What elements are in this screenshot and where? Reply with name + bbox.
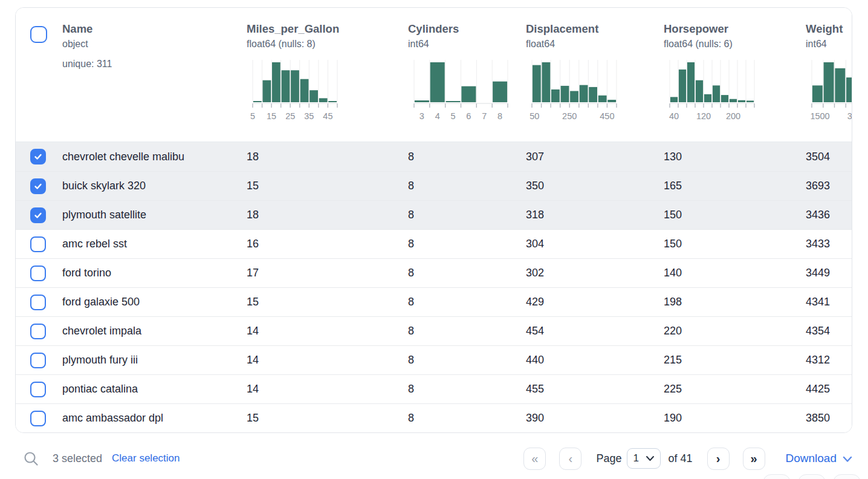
cell-cylinders: 8 (408, 238, 526, 250)
svg-text:4: 4 (435, 111, 440, 121)
svg-text:40: 40 (669, 111, 679, 121)
row-checkbox[interactable] (30, 411, 46, 426)
row-checkbox-cell (16, 178, 62, 194)
svg-text:1500: 1500 (810, 111, 829, 121)
cell-weight: 4341 (806, 296, 852, 308)
last-page-button[interactable]: » (743, 448, 765, 470)
cell-weight: 3504 (806, 151, 852, 163)
column-header-displacement[interactable]: Displacementfloat6450250450 (526, 8, 664, 142)
page-select[interactable]: 1 (627, 448, 661, 469)
column-histogram: 345678 (414, 60, 526, 120)
check-icon (33, 181, 44, 192)
table-row[interactable]: amc rebel sst1683041503433 (16, 229, 852, 258)
row-checkbox[interactable] (30, 178, 46, 194)
column-header-name[interactable]: Nameobjectunique: 311 (62, 8, 247, 142)
cell-weight: 3436 (806, 209, 852, 221)
row-checkbox[interactable] (30, 207, 46, 223)
column-header-miles_per_gallon[interactable]: Miles_per_Gallonfloat64 (nulls: 8)515253… (247, 8, 408, 142)
clear-selection-link[interactable]: Clear selection (112, 452, 180, 464)
cell-miles_per_gallon: 14 (247, 354, 408, 367)
column-title: Horsepower (664, 21, 806, 37)
row-checkbox-cell (16, 266, 62, 281)
table-row[interactable]: plymouth fury iii1484402154312 (16, 345, 852, 374)
column-title: Miles_per_Gallon (247, 21, 408, 37)
svg-text:45: 45 (323, 111, 332, 121)
cell-name: chevrolet impala (62, 325, 247, 337)
svg-text:25: 25 (285, 111, 295, 121)
column-histogram: 515253545 (253, 60, 408, 120)
column-note: unique: 311 (62, 59, 247, 70)
table-row[interactable]: plymouth satellite1883181503436 (16, 200, 852, 229)
svg-text:6: 6 (466, 111, 471, 121)
data-table-card: Nameobjectunique: 311Miles_per_Gallonflo… (15, 7, 852, 433)
row-checkbox[interactable] (30, 324, 46, 339)
cell-name: buick skylark 320 (62, 180, 247, 192)
table-row[interactable]: amc ambassador dpl1583901903850 (16, 403, 852, 432)
column-histogram: 40120200 (670, 60, 806, 120)
cell-miles_per_gallon: 18 (247, 209, 408, 221)
download-menu[interactable]: Download (786, 452, 853, 465)
search-icon[interactable] (23, 451, 39, 467)
cell-cylinders: 8 (408, 296, 526, 308)
cutoff-button[interactable] (763, 474, 791, 479)
column-dtype: float64 (nulls: 8) (247, 37, 408, 51)
row-checkbox[interactable] (30, 382, 46, 397)
cell-displacement: 454 (526, 325, 664, 337)
prev-page-button[interactable]: ‹ (559, 448, 581, 470)
svg-text:50: 50 (530, 111, 539, 121)
table-row[interactable]: chevrolet chevelle malibu1883071303504 (16, 142, 852, 171)
table-row[interactable]: chevrolet impala1484542204354 (16, 316, 852, 345)
cell-miles_per_gallon: 16 (247, 238, 408, 250)
column-title: Name (62, 21, 247, 37)
row-checkbox-cell (16, 295, 62, 310)
selected-count: 3 selected (53, 452, 102, 465)
download-label: Download (786, 452, 837, 465)
cell-cylinders: 8 (408, 267, 526, 279)
row-checkbox[interactable] (30, 353, 46, 368)
cell-displacement: 318 (526, 209, 664, 221)
select-all-checkbox[interactable] (30, 26, 47, 43)
cell-horsepower: 215 (664, 354, 806, 367)
svg-text:15: 15 (267, 111, 276, 121)
cell-miles_per_gallon: 15 (247, 180, 408, 192)
table-row[interactable]: ford torino1783021403449 (16, 258, 852, 287)
column-header-horsepower[interactable]: Horsepowerfloat64 (nulls: 6)40120200 (664, 8, 806, 142)
column-dtype: int64 (806, 37, 852, 51)
cell-horsepower: 225 (664, 383, 806, 396)
row-checkbox[interactable] (30, 149, 46, 165)
column-header-cylinders[interactable]: Cylindersint64345678 (408, 8, 526, 142)
cell-weight: 4312 (806, 354, 852, 367)
cell-weight: 3693 (806, 180, 852, 192)
column-header-weight[interactable]: Weightint6415003500 (806, 8, 852, 142)
table-body: chevrolet chevelle malibu1883071303504 b… (16, 142, 852, 432)
cell-horsepower: 150 (664, 209, 806, 221)
row-checkbox[interactable] (30, 266, 46, 281)
svg-text:3: 3 (419, 111, 424, 121)
cell-cylinders: 8 (408, 151, 526, 163)
row-checkbox-cell (16, 382, 62, 397)
row-checkbox[interactable] (30, 295, 46, 310)
table-row[interactable]: pontiac catalina1484552254425 (16, 374, 852, 403)
cell-miles_per_gallon: 14 (247, 383, 408, 396)
svg-text:8: 8 (497, 111, 502, 121)
cell-miles_per_gallon: 14 (247, 325, 408, 337)
cell-name: ford galaxie 500 (62, 296, 247, 308)
svg-text:120: 120 (696, 111, 711, 121)
cutoff-button[interactable] (798, 474, 826, 479)
chevron-down-icon (646, 455, 655, 461)
svg-text:35: 35 (304, 111, 314, 121)
table-row[interactable]: buick skylark 3201583501653693 (16, 171, 852, 200)
next-page-button[interactable]: › (707, 448, 730, 470)
footer-bar: 3 selected Clear selection « ‹ Page 1 of… (15, 440, 852, 477)
first-page-button[interactable]: « (523, 448, 546, 470)
table-row[interactable]: ford galaxie 5001584291984341 (16, 287, 852, 316)
cell-weight: 3449 (806, 267, 852, 279)
cell-name: plymouth fury iii (62, 354, 247, 367)
cell-horsepower: 190 (664, 412, 806, 425)
row-checkbox-cell (16, 236, 62, 252)
row-checkbox[interactable] (30, 236, 46, 252)
cell-horsepower: 220 (664, 325, 806, 337)
cell-displacement: 390 (526, 412, 664, 425)
cell-name: amc rebel sst (62, 238, 247, 250)
cutoff-button[interactable] (833, 474, 861, 479)
